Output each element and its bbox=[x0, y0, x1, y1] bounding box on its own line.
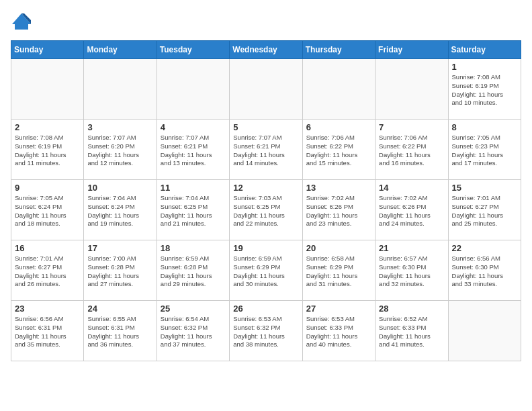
day-number: 25 bbox=[161, 304, 226, 314]
day-number: 2 bbox=[15, 122, 80, 132]
calendar-cell bbox=[302, 59, 375, 120]
weekday-header-friday: Friday bbox=[375, 41, 448, 59]
day-number: 20 bbox=[306, 243, 371, 253]
day-info: Sunrise: 7:02 AM Sunset: 6:26 PM Dayligh… bbox=[379, 194, 444, 228]
calendar-cell: 4Sunrise: 7:07 AM Sunset: 6:21 PM Daylig… bbox=[157, 120, 229, 180]
day-info: Sunrise: 6:54 AM Sunset: 6:32 PM Dayligh… bbox=[161, 315, 226, 349]
day-number: 28 bbox=[379, 304, 444, 314]
day-info: Sunrise: 7:07 AM Sunset: 6:21 PM Dayligh… bbox=[161, 134, 226, 168]
day-number: 6 bbox=[306, 122, 371, 132]
day-info: Sunrise: 6:53 AM Sunset: 6:33 PM Dayligh… bbox=[306, 315, 371, 349]
logo-icon bbox=[11, 11, 32, 32]
day-number: 11 bbox=[161, 183, 226, 193]
day-info: Sunrise: 7:06 AM Sunset: 6:22 PM Dayligh… bbox=[379, 134, 444, 168]
day-number: 27 bbox=[306, 304, 371, 314]
day-number: 5 bbox=[233, 122, 298, 132]
day-number: 26 bbox=[233, 304, 298, 314]
weekday-header-row: SundayMondayTuesdayWednesdayThursdayFrid… bbox=[11, 41, 521, 59]
day-info: Sunrise: 7:03 AM Sunset: 6:25 PM Dayligh… bbox=[233, 194, 298, 228]
calendar-cell: 10Sunrise: 7:04 AM Sunset: 6:24 PM Dayli… bbox=[84, 180, 157, 240]
day-info: Sunrise: 6:56 AM Sunset: 6:31 PM Dayligh… bbox=[15, 315, 80, 349]
calendar-cell: 3Sunrise: 7:07 AM Sunset: 6:20 PM Daylig… bbox=[84, 120, 157, 180]
calendar-cell bbox=[375, 59, 448, 120]
day-number: 1 bbox=[452, 62, 517, 72]
calendar-cell: 5Sunrise: 7:07 AM Sunset: 6:21 PM Daylig… bbox=[230, 120, 302, 180]
day-info: Sunrise: 6:57 AM Sunset: 6:30 PM Dayligh… bbox=[379, 255, 444, 289]
calendar-cell: 23Sunrise: 6:56 AM Sunset: 6:31 PM Dayli… bbox=[11, 301, 84, 361]
calendar-cell: 26Sunrise: 6:53 AM Sunset: 6:32 PM Dayli… bbox=[230, 301, 302, 361]
day-number: 3 bbox=[87, 122, 152, 132]
calendar-week-row: 1Sunrise: 7:08 AM Sunset: 6:19 PM Daylig… bbox=[11, 59, 521, 120]
logo bbox=[11, 11, 35, 32]
weekday-header-sunday: Sunday bbox=[11, 41, 84, 59]
calendar-cell bbox=[448, 301, 521, 361]
day-info: Sunrise: 6:59 AM Sunset: 6:28 PM Dayligh… bbox=[161, 255, 226, 289]
day-number: 9 bbox=[15, 183, 80, 193]
day-info: Sunrise: 7:06 AM Sunset: 6:22 PM Dayligh… bbox=[306, 134, 371, 168]
day-info: Sunrise: 6:55 AM Sunset: 6:31 PM Dayligh… bbox=[87, 315, 152, 349]
day-number: 4 bbox=[161, 122, 226, 132]
calendar-cell: 27Sunrise: 6:53 AM Sunset: 6:33 PM Dayli… bbox=[302, 301, 375, 361]
calendar-cell: 19Sunrise: 6:59 AM Sunset: 6:29 PM Dayli… bbox=[230, 240, 302, 301]
calendar-cell: 7Sunrise: 7:06 AM Sunset: 6:22 PM Daylig… bbox=[375, 120, 448, 180]
calendar-cell: 1Sunrise: 7:08 AM Sunset: 6:19 PM Daylig… bbox=[448, 59, 521, 120]
weekday-header-tuesday: Tuesday bbox=[157, 41, 229, 59]
calendar-cell: 17Sunrise: 7:00 AM Sunset: 6:28 PM Dayli… bbox=[84, 240, 157, 301]
day-info: Sunrise: 7:08 AM Sunset: 6:19 PM Dayligh… bbox=[15, 134, 80, 168]
calendar-cell: 15Sunrise: 7:01 AM Sunset: 6:27 PM Dayli… bbox=[448, 180, 521, 240]
day-number: 15 bbox=[452, 183, 517, 193]
day-number: 7 bbox=[379, 122, 444, 132]
day-info: Sunrise: 6:59 AM Sunset: 6:29 PM Dayligh… bbox=[233, 255, 298, 289]
calendar-cell bbox=[11, 59, 84, 120]
day-number: 10 bbox=[87, 183, 152, 193]
calendar-cell: 12Sunrise: 7:03 AM Sunset: 6:25 PM Dayli… bbox=[230, 180, 302, 240]
calendar-cell: 13Sunrise: 7:02 AM Sunset: 6:26 PM Dayli… bbox=[302, 180, 375, 240]
day-number: 8 bbox=[452, 122, 517, 132]
calendar-cell bbox=[157, 59, 229, 120]
calendar-cell: 24Sunrise: 6:55 AM Sunset: 6:31 PM Dayli… bbox=[84, 301, 157, 361]
day-info: Sunrise: 7:01 AM Sunset: 6:27 PM Dayligh… bbox=[452, 194, 517, 228]
day-info: Sunrise: 7:04 AM Sunset: 6:24 PM Dayligh… bbox=[87, 194, 152, 228]
calendar-cell: 22Sunrise: 6:56 AM Sunset: 6:30 PM Dayli… bbox=[448, 240, 521, 301]
calendar-week-row: 16Sunrise: 7:01 AM Sunset: 6:27 PM Dayli… bbox=[11, 240, 521, 301]
calendar-cell: 6Sunrise: 7:06 AM Sunset: 6:22 PM Daylig… bbox=[302, 120, 375, 180]
day-info: Sunrise: 6:58 AM Sunset: 6:29 PM Dayligh… bbox=[306, 255, 371, 289]
calendar-week-row: 23Sunrise: 6:56 AM Sunset: 6:31 PM Dayli… bbox=[11, 301, 521, 361]
day-info: Sunrise: 7:04 AM Sunset: 6:25 PM Dayligh… bbox=[161, 194, 226, 228]
day-number: 13 bbox=[306, 183, 371, 193]
calendar-table: SundayMondayTuesdayWednesdayThursdayFrid… bbox=[11, 40, 521, 361]
calendar-cell: 11Sunrise: 7:04 AM Sunset: 6:25 PM Dayli… bbox=[157, 180, 229, 240]
calendar-cell: 21Sunrise: 6:57 AM Sunset: 6:30 PM Dayli… bbox=[375, 240, 448, 301]
weekday-header-thursday: Thursday bbox=[302, 41, 375, 59]
day-number: 23 bbox=[15, 304, 80, 314]
day-number: 12 bbox=[233, 183, 298, 193]
weekday-header-wednesday: Wednesday bbox=[230, 41, 302, 59]
calendar-cell: 20Sunrise: 6:58 AM Sunset: 6:29 PM Dayli… bbox=[302, 240, 375, 301]
calendar-cell: 16Sunrise: 7:01 AM Sunset: 6:27 PM Dayli… bbox=[11, 240, 84, 301]
calendar-week-row: 9Sunrise: 7:05 AM Sunset: 6:24 PM Daylig… bbox=[11, 180, 521, 240]
page-header bbox=[11, 11, 521, 32]
calendar-week-row: 2Sunrise: 7:08 AM Sunset: 6:19 PM Daylig… bbox=[11, 120, 521, 180]
day-number: 19 bbox=[233, 243, 298, 253]
day-number: 22 bbox=[452, 243, 517, 253]
day-info: Sunrise: 7:00 AM Sunset: 6:28 PM Dayligh… bbox=[87, 255, 152, 289]
day-info: Sunrise: 6:56 AM Sunset: 6:30 PM Dayligh… bbox=[452, 255, 517, 289]
day-number: 14 bbox=[379, 183, 444, 193]
day-info: Sunrise: 7:01 AM Sunset: 6:27 PM Dayligh… bbox=[15, 255, 80, 289]
calendar-cell: 25Sunrise: 6:54 AM Sunset: 6:32 PM Dayli… bbox=[157, 301, 229, 361]
calendar-cell bbox=[84, 59, 157, 120]
day-info: Sunrise: 7:07 AM Sunset: 6:20 PM Dayligh… bbox=[87, 134, 152, 168]
calendar-cell: 14Sunrise: 7:02 AM Sunset: 6:26 PM Dayli… bbox=[375, 180, 448, 240]
day-number: 16 bbox=[15, 243, 80, 253]
calendar-cell: 2Sunrise: 7:08 AM Sunset: 6:19 PM Daylig… bbox=[11, 120, 84, 180]
weekday-header-saturday: Saturday bbox=[448, 41, 521, 59]
weekday-header-monday: Monday bbox=[84, 41, 157, 59]
day-number: 17 bbox=[87, 243, 152, 253]
day-info: Sunrise: 6:52 AM Sunset: 6:33 PM Dayligh… bbox=[379, 315, 444, 349]
calendar-cell: 28Sunrise: 6:52 AM Sunset: 6:33 PM Dayli… bbox=[375, 301, 448, 361]
day-info: Sunrise: 7:02 AM Sunset: 6:26 PM Dayligh… bbox=[306, 194, 371, 228]
calendar-cell bbox=[230, 59, 302, 120]
day-info: Sunrise: 7:05 AM Sunset: 6:24 PM Dayligh… bbox=[15, 194, 80, 228]
day-number: 18 bbox=[161, 243, 226, 253]
calendar-cell: 8Sunrise: 7:05 AM Sunset: 6:23 PM Daylig… bbox=[448, 120, 521, 180]
